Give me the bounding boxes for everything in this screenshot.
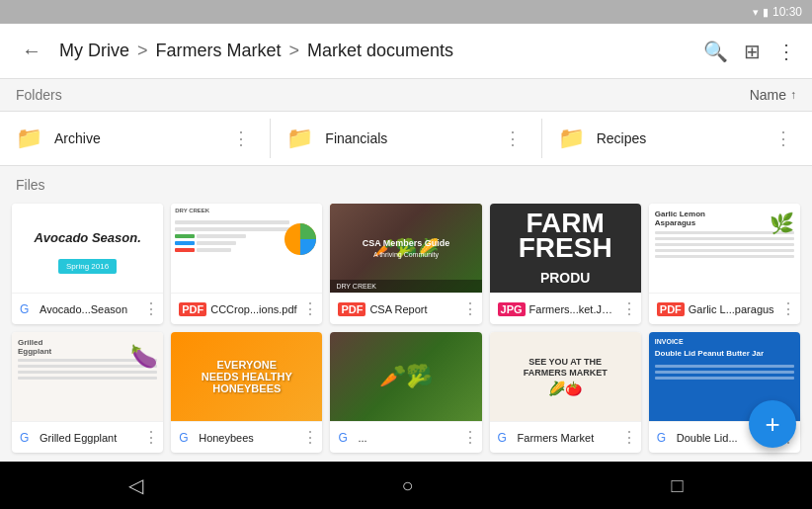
file-card-csa[interactable]: CSA Members Guide A thriving Community D…: [330, 204, 481, 324]
nav-back-button[interactable]: ◁: [128, 473, 143, 497]
file-card-garlic[interactable]: Garlic LemonAsparagus 🌿 PDF Garlic L...p…: [649, 204, 800, 324]
file-thumb-farmersket: FARMFRESHPRODU: [490, 204, 641, 293]
folder-item-financials[interactable]: 📁 Financials ⋮: [271, 112, 540, 165]
file-thumb-eggplant: GrilledEggplant 🍆: [12, 332, 163, 421]
file-info-vegphoto: G ... ⋮: [330, 421, 481, 453]
file-name-vegphoto: ...: [358, 432, 457, 444]
cccrop-pie-chart: [284, 223, 316, 255]
folder-name-financials: Financials: [325, 130, 487, 146]
file-card-cccrop[interactable]: DRY CREEK: [171, 204, 322, 324]
sort-arrow-icon: ↑: [790, 88, 796, 102]
file-card-vegphoto[interactable]: 🥕🥦 G ... ⋮: [330, 332, 481, 453]
avocado-thumb-title: Avocado Season.: [26, 222, 148, 255]
breadcrumb-current: Market documents: [307, 41, 453, 61]
file-card-eggplant[interactable]: GrilledEggplant 🍆 G Grilled Eggplant ⋮: [12, 332, 163, 453]
file-card-avocado[interactable]: Avocado Season. Spring 2016 G Avocado...…: [12, 204, 163, 324]
status-time: 10:30: [772, 5, 802, 19]
files-label: Files: [16, 177, 45, 193]
sort-name-label: Name: [750, 87, 786, 103]
battery-icon: ▮: [763, 6, 769, 19]
file-thumb-honeybee: EVERYONENEEDS HEALTHYHONEYBEES: [171, 332, 322, 421]
file-type-icon-peanut: G: [657, 431, 673, 445]
eggplant-thumb-image: 🍆: [130, 344, 157, 370]
file-info-eggplant: G Grilled Eggplant ⋮: [12, 421, 163, 453]
fab-add-button[interactable]: +: [749, 400, 796, 448]
file-more-seeyou[interactable]: ⋮: [621, 428, 637, 447]
file-more-garlic[interactable]: ⋮: [780, 299, 796, 318]
file-name-eggplant: Grilled Eggplant: [40, 432, 139, 444]
peanut-thumb-lines: [655, 365, 794, 380]
file-type-icon-csa: PDF: [338, 302, 365, 316]
peanut-thumb-header: INVOICE: [655, 338, 794, 345]
folder-item-archive[interactable]: 📁 Archive ⋮: [0, 112, 270, 165]
breadcrumb: My Drive > Farmers Market > Market docum…: [59, 41, 691, 61]
avocado-thumb-badge: Spring 2016: [58, 259, 117, 274]
file-thumb-garlic: Garlic LemonAsparagus 🌿: [649, 204, 800, 293]
cccrop-thumb-header: DRY CREEK: [175, 208, 318, 213]
file-more-cccrop[interactable]: ⋮: [302, 299, 318, 318]
file-more-farmersket[interactable]: ⋮: [621, 299, 637, 318]
folder-more-recipes[interactable]: ⋮: [771, 124, 796, 153]
breadcrumb-sep1: >: [137, 41, 148, 61]
back-button[interactable]: ←: [16, 40, 47, 62]
breadcrumb-mid[interactable]: Farmers Market: [156, 41, 282, 61]
content-area: Folders Name ↑ 📁 Archive ⋮ 📁 Financials …: [0, 79, 812, 462]
garlic-thumb-image: 🌿: [770, 212, 794, 235]
file-more-vegphoto[interactable]: ⋮: [462, 428, 478, 447]
file-type-icon-cccrop: PDF: [179, 302, 206, 316]
sort-button[interactable]: Name ↑: [750, 87, 796, 103]
folders-section-header: Folders Name ↑: [0, 79, 812, 111]
files-section-header: Files: [0, 166, 812, 200]
file-info-avocado: G Avocado...Season ⋮: [12, 293, 163, 324]
file-info-farmersket: JPG Farmers...ket.JPG ⋮: [490, 293, 641, 324]
breadcrumb-sep2: >: [289, 41, 300, 61]
folders-row: 📁 Archive ⋮ 📁 Financials ⋮ 📁 Recipes ⋮: [0, 111, 812, 166]
file-name-csa: CSA Report: [369, 303, 457, 315]
file-card-seeyou[interactable]: See you at theFARMERS MARKET 🌽🍅 G Farmer…: [490, 332, 641, 453]
file-name-seeyou: Farmers Market: [518, 432, 617, 444]
file-info-seeyou: G Farmers Market ⋮: [490, 421, 641, 453]
file-card-honeybee[interactable]: EVERYONENEEDS HEALTHYHONEYBEES G Honeybe…: [171, 332, 322, 453]
file-type-icon-farmersket: JPG: [498, 302, 526, 316]
status-bar: ▾ ▮ 10:30: [0, 0, 812, 24]
file-info-csa: PDF CSA Report ⋮: [330, 293, 481, 324]
folder-more-archive[interactable]: ⋮: [228, 124, 254, 153]
seeyou-thumb-text: See you at theFARMERS MARKET: [524, 357, 608, 379]
vegphoto-thumb-emoji: 🥕🥦: [379, 364, 433, 389]
folder-name-recipes: Recipes: [597, 130, 759, 146]
breadcrumb-root[interactable]: My Drive: [59, 41, 129, 61]
file-more-avocado[interactable]: ⋮: [143, 299, 159, 318]
more-options-icon[interactable]: ⋮: [776, 40, 796, 63]
nav-home-button[interactable]: ○: [401, 474, 413, 497]
app-bar-actions: 🔍 ⊞ ⋮: [703, 40, 796, 63]
file-info-honeybee: G Honeybees ⋮: [171, 421, 322, 453]
folder-more-financials[interactable]: ⋮: [500, 124, 526, 153]
folder-icon-archive: 📁: [16, 126, 42, 151]
file-more-csa[interactable]: ⋮: [462, 299, 478, 318]
file-thumb-seeyou: See you at theFARMERS MARKET 🌽🍅: [490, 332, 641, 421]
file-name-avocado: Avocado...Season: [40, 303, 139, 315]
seeyou-thumb-emoji: 🌽🍅: [548, 381, 582, 396]
status-icons: ▾ ▮ 10:30: [753, 5, 802, 19]
file-info-garlic: PDF Garlic L...paragus ⋮: [649, 293, 800, 324]
folder-item-recipes[interactable]: 📁 Recipes ⋮: [542, 112, 812, 165]
file-name-honeybee: Honeybees: [199, 432, 298, 444]
nav-recent-button[interactable]: □: [671, 474, 683, 497]
farm-thumb-text: FARMFRESHPRODU: [519, 211, 612, 286]
file-type-icon-avocado: G: [20, 302, 36, 316]
file-more-honeybee[interactable]: ⋮: [302, 428, 318, 447]
file-name-garlic: Garlic L...paragus: [689, 303, 776, 315]
garlic-thumb-lines: [655, 231, 794, 287]
search-icon[interactable]: 🔍: [703, 40, 728, 63]
file-type-icon-honeybee: G: [179, 431, 195, 445]
grid-view-icon[interactable]: ⊞: [744, 40, 761, 63]
folder-icon-recipes: 📁: [558, 126, 585, 151]
honeybee-thumb-text: EVERYONENEEDS HEALTHYHONEYBEES: [202, 359, 292, 394]
csa-thumb-main: CSA Members Guide: [363, 238, 450, 248]
file-thumb-avocado: Avocado Season. Spring 2016: [12, 204, 163, 293]
file-info-cccrop: PDF CCCrop...ions.pdf ⋮: [171, 293, 322, 324]
file-card-farmersket[interactable]: FARMFRESHPRODU JPG Farmers...ket.JPG ⋮: [490, 204, 641, 324]
file-more-eggplant[interactable]: ⋮: [143, 428, 159, 447]
bottom-nav: ◁ ○ □: [0, 462, 812, 509]
fab-plus-icon: +: [765, 411, 779, 437]
